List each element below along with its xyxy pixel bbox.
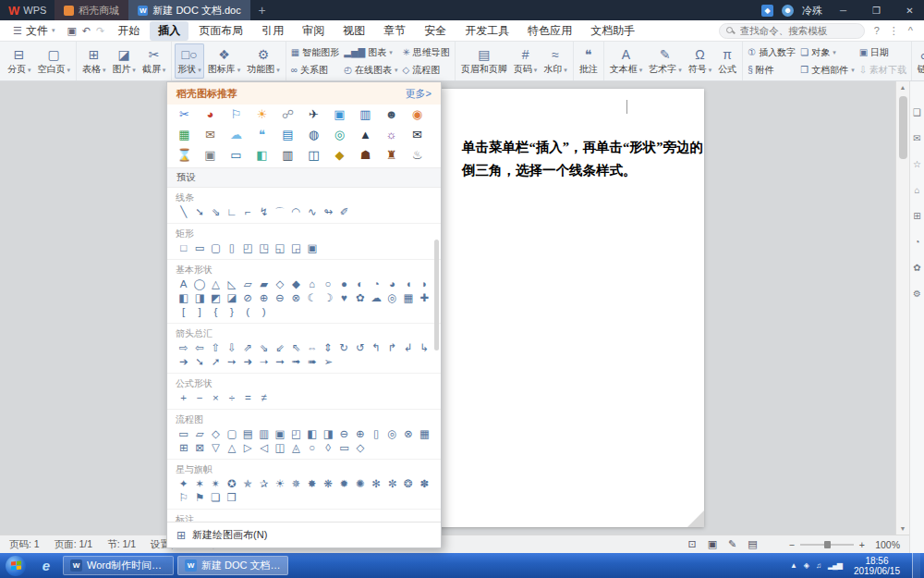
lines-shape-icon[interactable]: ╲ xyxy=(176,205,191,219)
ribbon-button-object[interactable]: ❏对象▾ xyxy=(798,46,856,59)
basic-shapes-shape-icon[interactable]: ◆ xyxy=(288,277,304,291)
basic-shapes-shape-icon[interactable]: ☁ xyxy=(369,291,384,305)
volume-icon[interactable]: ♫ xyxy=(816,561,821,570)
lines-shape-icon[interactable]: ↯ xyxy=(256,205,272,219)
stars-banners-shape-icon[interactable]: ✽ xyxy=(417,477,432,491)
ribbon-button-table[interactable]: ⊞表格 ▾ xyxy=(79,43,108,79)
basic-shapes-shape-icon[interactable]: ◯ xyxy=(191,277,207,291)
menu-tab-view[interactable]: 视图 xyxy=(334,21,373,41)
equation-shapes-shape-icon[interactable]: − xyxy=(191,391,207,405)
ribbon-button-icon-library[interactable]: ❖图标库 ▾ xyxy=(205,43,243,79)
flowchart-shape-icon[interactable]: ▭ xyxy=(336,441,352,455)
ribbon-button-hyperlink[interactable]: ☍链接 xyxy=(915,43,924,79)
stars-banners-shape-icon[interactable]: ❒ xyxy=(224,491,239,505)
lines-shape-icon[interactable]: ∟ xyxy=(224,205,239,219)
ribbon-button-online-chart[interactable]: ◴在线图表▾ xyxy=(342,64,399,77)
arrows-shape-icon[interactable]: ➝ xyxy=(256,355,272,369)
basic-shapes-shape-icon[interactable]: ⊘ xyxy=(240,291,256,305)
network-icon[interactable]: ▂▄▆ xyxy=(828,561,842,570)
docer-shape-icon[interactable]: ◉ xyxy=(409,107,425,122)
stars-banners-shape-icon[interactable]: ❂ xyxy=(400,477,416,491)
task-wps-document[interactable]: W新建 DOC 文档.d... xyxy=(177,556,288,575)
ribbon-button-shapes[interactable]: □○形状 ▾ xyxy=(175,43,203,79)
ribbon-button-comment[interactable]: ❝批注 xyxy=(577,43,601,79)
tab-docer-mall[interactable]: 稻壳商城 xyxy=(55,0,128,20)
rail-panel-icon-2[interactable]: ✉ xyxy=(913,133,920,143)
stars-banners-shape-icon[interactable]: ✦ xyxy=(176,477,191,491)
docer-shape-icon[interactable]: ◎ xyxy=(332,128,347,142)
basic-shapes-shape-icon[interactable]: ◕ xyxy=(384,277,400,291)
stars-banners-shape-icon[interactable]: ✶ xyxy=(191,477,207,491)
internet-explorer-icon[interactable]: e xyxy=(33,558,59,573)
equation-shapes-shape-icon[interactable]: = xyxy=(240,391,256,405)
ribbon-button-relation-diagram[interactable]: ∞关系图 xyxy=(289,64,341,77)
ribbon-button-attachment[interactable]: §附件 xyxy=(746,64,797,77)
basic-shapes-shape-icon[interactable]: ✿ xyxy=(352,291,368,305)
stars-banners-shape-icon[interactable]: ✼ xyxy=(384,477,400,491)
equation-shapes-shape-icon[interactable]: + xyxy=(176,391,191,405)
docer-shape-icon[interactable]: ✉ xyxy=(202,128,218,142)
stars-banners-shape-icon[interactable]: ✸ xyxy=(304,477,320,491)
ribbon-button-mind-map[interactable]: ✳思维导图 xyxy=(400,46,451,59)
basic-shapes-shape-icon[interactable]: ☽ xyxy=(320,291,335,305)
flowchart-shape-icon[interactable]: ▯ xyxy=(369,427,384,441)
arrows-shape-icon[interactable]: ⇙ xyxy=(272,341,287,355)
ribbon-button-function-diagram[interactable]: ⚙功能图 ▾ xyxy=(244,43,282,79)
basic-shapes-shape-icon[interactable]: ◪ xyxy=(224,291,239,305)
zoom-in-button[interactable]: + xyxy=(859,539,865,550)
basic-shapes-shape-icon[interactable]: ◨ xyxy=(191,291,207,305)
docer-shape-icon[interactable]: ☼ xyxy=(383,128,399,142)
basic-shapes-shape-icon[interactable]: { xyxy=(208,305,224,319)
ribbon-button-flowchart-button[interactable]: ◇流程图 xyxy=(400,64,451,77)
stars-banners-shape-icon[interactable]: ✴ xyxy=(208,477,224,491)
rail-panel-icon-7[interactable]: ✿ xyxy=(913,263,920,273)
rail-panel-icon-3[interactable]: ☆ xyxy=(913,159,921,169)
docer-shape-icon[interactable]: ◍ xyxy=(306,128,322,142)
scroll-up-icon[interactable]: ▲ xyxy=(896,81,909,93)
menu-tab-references[interactable]: 引用 xyxy=(253,21,292,41)
arrows-shape-icon[interactable]: ⇦ xyxy=(191,341,207,355)
lines-shape-icon[interactable]: ∿ xyxy=(304,205,320,219)
flowchart-shape-icon[interactable]: ▽ xyxy=(208,441,224,455)
menu-tab-special-features[interactable]: 特色应用 xyxy=(519,21,580,41)
docer-shape-icon[interactable]: ☍ xyxy=(280,107,296,122)
docer-shape-icon[interactable]: ▲ xyxy=(358,128,373,142)
web-view-icon[interactable]: ▤ xyxy=(748,538,757,550)
docer-shape-icon[interactable]: ✂ xyxy=(176,107,192,122)
new-drawing-canvas-button[interactable]: ⊞ 新建绘图画布(N) xyxy=(167,522,441,547)
lines-shape-icon[interactable]: ➘ xyxy=(191,205,207,219)
basic-shapes-shape-icon[interactable]: ] xyxy=(191,305,207,319)
vertical-scrollbar[interactable]: ▲ ▼ xyxy=(895,81,909,535)
basic-shapes-shape-icon[interactable]: ◐ xyxy=(352,277,368,291)
basic-shapes-shape-icon[interactable]: } xyxy=(224,305,239,319)
flowchart-shape-icon[interactable]: ○ xyxy=(304,441,320,455)
menu-tab-page-layout[interactable]: 页面布局 xyxy=(190,21,251,41)
rectangles-shape-icon[interactable]: □ xyxy=(176,241,191,255)
flowchart-shape-icon[interactable]: ◧ xyxy=(304,427,320,441)
basic-shapes-shape-icon[interactable]: ▦ xyxy=(400,291,416,305)
basic-shapes-shape-icon[interactable]: ○ xyxy=(320,277,335,291)
ribbon-button-screenshot[interactable]: ✂截屏 ▾ xyxy=(140,43,168,79)
arrows-shape-icon[interactable]: ↲ xyxy=(400,341,416,355)
rail-panel-icon-8[interactable]: ⚙ xyxy=(913,289,921,299)
rectangles-shape-icon[interactable]: ◰ xyxy=(240,241,256,255)
ribbon-button-material-download[interactable]: ⇩素材下载 xyxy=(857,64,908,77)
docer-shape-icon[interactable]: ❝ xyxy=(254,128,270,142)
ribbon-button-formula[interactable]: π公式 xyxy=(715,43,739,79)
help-icon[interactable]: ? xyxy=(872,25,881,36)
file-menu-button[interactable]: ☰ 文件 ▾ xyxy=(6,23,62,39)
ribbon-button-text-box[interactable]: A文本框 ▾ xyxy=(607,43,645,79)
docer-shape-icon[interactable]: ◫ xyxy=(306,148,322,163)
arrows-shape-icon[interactable]: ➜ xyxy=(240,355,256,369)
rail-panel-icon-5[interactable]: ⊞ xyxy=(913,211,920,221)
zoom-slider-knob[interactable] xyxy=(824,541,831,548)
panel-scrollbar-thumb[interactable] xyxy=(434,240,439,350)
flowchart-shape-icon[interactable]: ◇ xyxy=(208,427,224,441)
stars-banners-shape-icon[interactable]: ✹ xyxy=(336,477,352,491)
basic-shapes-shape-icon[interactable]: ♥ xyxy=(336,291,352,305)
flowchart-shape-icon[interactable]: ◰ xyxy=(288,427,304,441)
basic-shapes-shape-icon[interactable]: [ xyxy=(176,305,191,319)
ribbon-button-page-number[interactable]: #页码 ▾ xyxy=(511,43,540,79)
flowchart-shape-icon[interactable]: △ xyxy=(224,441,239,455)
minimize-button[interactable]: ─ xyxy=(831,0,856,20)
